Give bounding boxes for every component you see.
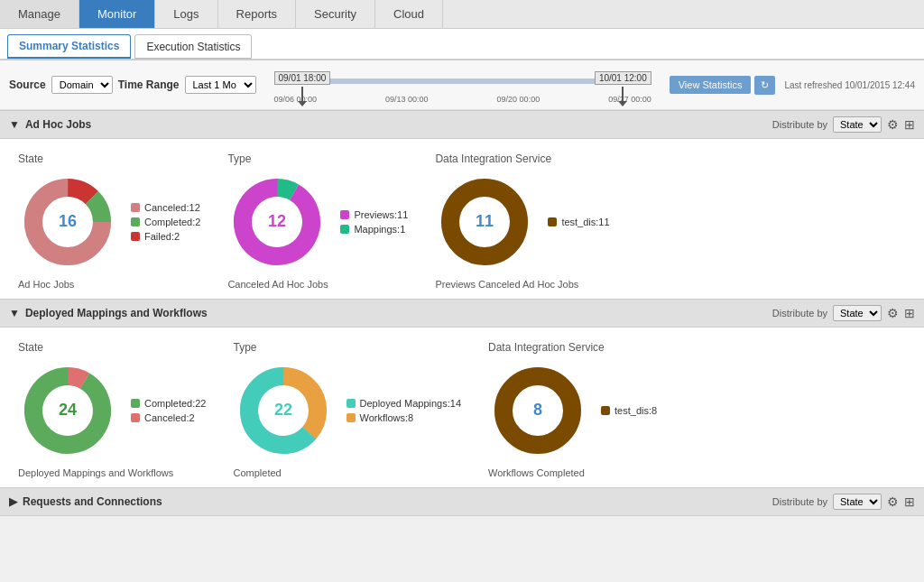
donut-wrap-adhoc-type: 12Previews:11Mappings:1 bbox=[227, 172, 408, 272]
donut-wrap-adhoc-dis: 11test_dis:11 bbox=[435, 172, 609, 272]
legend-dot bbox=[131, 413, 140, 422]
legend-label: Mappings:1 bbox=[354, 224, 405, 235]
section-title-text-requests-connections: Requests and Connections bbox=[23, 495, 162, 508]
legend-label: Failed:2 bbox=[144, 231, 180, 242]
top-nav: ManageMonitorLogsReportsSecurityCloud bbox=[0, 0, 924, 29]
grid-icon-requests-connections[interactable]: ⚙ bbox=[887, 494, 899, 509]
end-handle-label: 10/01 12:00 bbox=[595, 71, 651, 85]
distribute-select-ad-hoc-jobs[interactable]: State bbox=[833, 116, 882, 133]
chart-caption-deployed-state: Deployed Mappings and Workflows bbox=[18, 467, 173, 478]
legend-dot bbox=[131, 232, 140, 241]
section-header-ad-hoc-jobs[interactable]: ▼ Ad Hoc Jobs Distribute by State ⚙ ⊞ bbox=[0, 110, 924, 139]
donut-wrap-deployed-type: 22Deployed Mappings:14Workflows:8 bbox=[234, 361, 462, 460]
legend-deployed-state: Completed:22Canceled:2 bbox=[131, 398, 207, 423]
charts-area-deployed-mappings: State24Completed:22Canceled:2Deployed Ma… bbox=[0, 328, 924, 487]
svg-text:16: 16 bbox=[59, 212, 77, 230]
distribute-select-deployed-mappings[interactable]: State bbox=[833, 305, 882, 321]
refresh-button[interactable]: ↻ bbox=[754, 76, 775, 95]
svg-text:11: 11 bbox=[476, 212, 494, 230]
chart-block-deployed-dis: Data Integration Service8test_dis:8Workf… bbox=[488, 341, 669, 478]
section-arrow-ad-hoc-jobs: ▼ bbox=[9, 118, 20, 131]
section-right-deployed-mappings: Distribute by State ⚙ ⊞ bbox=[772, 305, 915, 321]
distribute-select-requests-connections[interactable]: State bbox=[833, 494, 882, 510]
legend-adhoc-state: Canceled:12Completed:2Failed:2 bbox=[131, 202, 200, 242]
donut-svg-deployed-type: 22 bbox=[234, 361, 333, 460]
legend-dot bbox=[131, 399, 140, 408]
chart-caption-adhoc-state: Ad Hoc Jobs bbox=[18, 279, 74, 290]
legend-item: Completed:2 bbox=[131, 217, 200, 227]
donut-wrap-deployed-dis: 8test_dis:8 bbox=[488, 361, 657, 460]
section-title-ad-hoc-jobs: ▼ Ad Hoc Jobs bbox=[9, 118, 91, 131]
legend-dot bbox=[131, 217, 140, 226]
section-header-deployed-mappings[interactable]: ▼ Deployed Mappings and Workflows Distri… bbox=[0, 299, 924, 328]
chart-caption-adhoc-dis: Previews Canceled Ad Hoc Jobs bbox=[435, 279, 578, 290]
chart-title-adhoc-dis: Data Integration Service bbox=[435, 152, 551, 165]
legend-adhoc-dis: test_dis:11 bbox=[548, 217, 609, 227]
section-right-ad-hoc-jobs: Distribute by State ⚙ ⊞ bbox=[772, 116, 915, 133]
chart-block-adhoc-state: State16Canceled:12Completed:2Failed:2Ad … bbox=[18, 152, 200, 290]
legend-deployed-dis: test_dis:8 bbox=[601, 405, 657, 416]
tab-execution-statistics[interactable]: Execution Statistics bbox=[134, 34, 252, 59]
legend-dot bbox=[346, 413, 356, 422]
last-refreshed-label: Last refreshed 10/01/2015 12:44 bbox=[784, 80, 915, 90]
legend-adhoc-type: Previews:11Mappings:1 bbox=[340, 209, 408, 235]
legend-item: Canceled:12 bbox=[131, 202, 200, 213]
legend-item: test_dis:8 bbox=[601, 405, 657, 416]
section-right-requests-connections: Distribute by State ⚙ ⊞ bbox=[772, 494, 915, 510]
distribute-label-ad-hoc-jobs: Distribute by bbox=[772, 119, 827, 130]
legend-item: test_dis:11 bbox=[548, 217, 609, 227]
donut-wrap-adhoc-state: 16Canceled:12Completed:2Failed:2 bbox=[18, 172, 200, 272]
nav-item-monitor[interactable]: Monitor bbox=[79, 0, 155, 28]
legend-item: Failed:2 bbox=[131, 231, 200, 242]
tab-summary-statistics[interactable]: Summary Statistics bbox=[7, 34, 131, 59]
legend-deployed-type: Deployed Mappings:14Workflows:8 bbox=[346, 398, 462, 423]
distribute-label-deployed-mappings: Distribute by bbox=[772, 308, 827, 319]
timeline-track-container: 09/01 18:00 10/01 12:00 09/06 00:0009/13… bbox=[274, 66, 651, 104]
chart-block-adhoc-dis: Data Integration Service11test_dis:11Pre… bbox=[435, 152, 615, 290]
legend-dot bbox=[131, 203, 140, 212]
layout-icon-requests-connections[interactable]: ⊞ bbox=[904, 494, 915, 509]
start-handle-label: 09/01 18:00 bbox=[274, 71, 331, 85]
legend-dot bbox=[340, 225, 349, 234]
legend-item: Mappings:1 bbox=[340, 224, 408, 235]
legend-dot bbox=[346, 399, 356, 408]
nav-item-logs[interactable]: Logs bbox=[155, 0, 217, 28]
view-statistics-button[interactable]: View Statistics bbox=[670, 76, 752, 94]
sections-container: ▼ Ad Hoc Jobs Distribute by State ⚙ ⊞ St… bbox=[0, 110, 924, 516]
layout-icon-deployed-mappings[interactable]: ⊞ bbox=[904, 306, 915, 320]
donut-svg-deployed-state: 24 bbox=[18, 361, 117, 460]
legend-label: Canceled:12 bbox=[144, 202, 200, 213]
nav-item-cloud[interactable]: Cloud bbox=[375, 0, 443, 28]
chart-title-deployed-dis: Data Integration Service bbox=[488, 341, 605, 354]
section-arrow-deployed-mappings: ▼ bbox=[9, 307, 20, 319]
grid-icon-deployed-mappings[interactable]: ⚙ bbox=[887, 306, 899, 320]
svg-text:24: 24 bbox=[59, 401, 77, 419]
charts-area-ad-hoc-jobs: State16Canceled:12Completed:2Failed:2Ad … bbox=[0, 139, 924, 299]
donut-svg-adhoc-dis: 11 bbox=[435, 172, 534, 272]
nav-item-reports[interactable]: Reports bbox=[218, 0, 297, 28]
chart-caption-deployed-dis: Workflows Completed bbox=[488, 467, 585, 478]
section-title-text-deployed-mappings: Deployed Mappings and Workflows bbox=[25, 307, 208, 319]
legend-item: Deployed Mappings:14 bbox=[346, 398, 462, 409]
svg-text:8: 8 bbox=[533, 401, 542, 419]
layout-icon-ad-hoc-jobs[interactable]: ⊞ bbox=[904, 117, 915, 132]
time-range-select[interactable]: Last 1 Mo bbox=[185, 76, 256, 94]
nav-item-manage[interactable]: Manage bbox=[0, 0, 79, 28]
legend-label: Canceled:2 bbox=[144, 412, 195, 423]
section-title-deployed-mappings: ▼ Deployed Mappings and Workflows bbox=[9, 307, 208, 319]
legend-item: Workflows:8 bbox=[346, 412, 462, 423]
donut-wrap-deployed-state: 24Completed:22Canceled:2 bbox=[18, 361, 207, 460]
nav-item-security[interactable]: Security bbox=[296, 0, 375, 28]
chart-block-adhoc-type: Type12Previews:11Mappings:1Canceled Ad H… bbox=[227, 152, 408, 290]
time-range-label: Time Range bbox=[118, 79, 180, 91]
section-header-requests-connections[interactable]: ▶ Requests and Connections Distribute by… bbox=[0, 487, 924, 516]
chart-title-deployed-state: State bbox=[18, 341, 43, 354]
chart-title-adhoc-type: Type bbox=[227, 152, 251, 165]
source-select[interactable]: Domain bbox=[51, 76, 113, 94]
distribute-label-requests-connections: Distribute by bbox=[772, 496, 827, 507]
donut-svg-adhoc-type: 12 bbox=[227, 172, 327, 272]
legend-dot bbox=[340, 210, 349, 219]
legend-label: Completed:22 bbox=[144, 398, 207, 409]
svg-text:22: 22 bbox=[273, 401, 291, 419]
grid-icon-ad-hoc-jobs[interactable]: ⚙ bbox=[887, 117, 899, 132]
